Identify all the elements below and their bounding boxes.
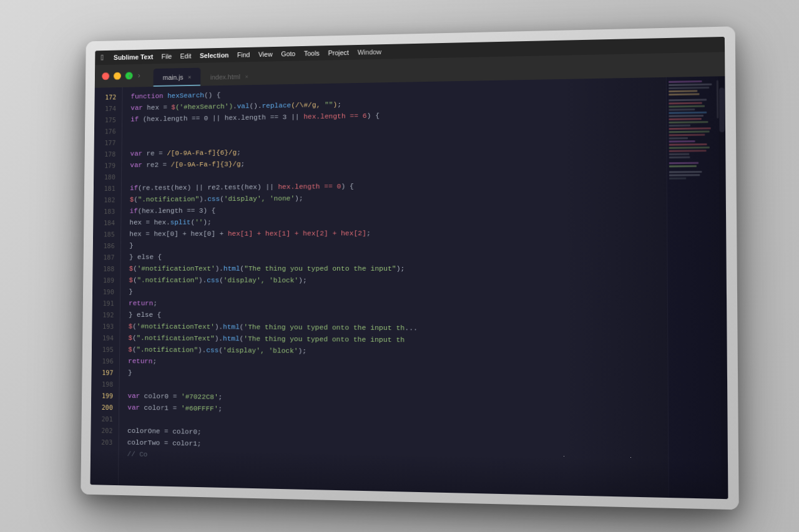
menu-goto[interactable]: Goto: [281, 50, 295, 57]
code-line-190: }: [129, 286, 667, 299]
code-content[interactable]: function hexSearch() { var hex = $('#hex…: [119, 77, 669, 497]
minimize-button[interactable]: [114, 72, 121, 80]
menu-tools[interactable]: Tools: [304, 49, 320, 57]
back-arrow-icon[interactable]: ‹: [127, 71, 132, 80]
forward-arrow-icon[interactable]: ›: [137, 70, 141, 80]
menu-file[interactable]: File: [162, 52, 172, 60]
menu-sublime-text[interactable]: Sublime Text: [114, 53, 154, 61]
code-line-188: $('#notificationText').html("The thing y…: [129, 262, 667, 274]
tab-main-js[interactable]: main.js ✕: [153, 67, 200, 86]
tabs-container: main.js ✕ index.html ✕: [153, 61, 257, 86]
minimap: [666, 76, 722, 499]
editor: 172 174 175 176 177 178 179 180 181 182 …: [91, 76, 728, 499]
tab-index-close-icon[interactable]: ✕: [245, 73, 248, 80]
scrollbar-thumb[interactable]: [719, 87, 725, 132]
tab-index-html[interactable]: index.html ✕: [202, 67, 257, 85]
code-line-186: }: [129, 238, 667, 251]
menu-view[interactable]: View: [258, 50, 273, 57]
line-numbers: 172 174 175 176 177 178 179 180 181 182 …: [91, 87, 123, 485]
menu-edit[interactable]: Edit: [180, 52, 192, 59]
apple-menu[interactable]: : [101, 53, 105, 62]
menu-window[interactable]: Window: [358, 48, 382, 56]
menu-selection[interactable]: Selection: [200, 51, 229, 59]
nav-arrows: ‹ ›: [127, 70, 141, 80]
code-line-187: } else {: [129, 250, 667, 263]
code-line-184: hex = hex.split('');: [129, 213, 667, 228]
close-button[interactable]: [102, 72, 109, 80]
menu-find[interactable]: Find: [237, 51, 250, 58]
tab-main-js-label: main.js: [163, 73, 184, 80]
code-line-189: $(".notification").css('display', 'block…: [129, 274, 667, 286]
code-line-185: hex = hex[0] + hex[0] + hex[1] + hex[1] …: [129, 226, 667, 239]
tab-close-icon[interactable]: ✕: [188, 74, 191, 80]
menu-project[interactable]: Project: [328, 49, 349, 56]
tab-index-html-label: index.html: [210, 73, 240, 81]
